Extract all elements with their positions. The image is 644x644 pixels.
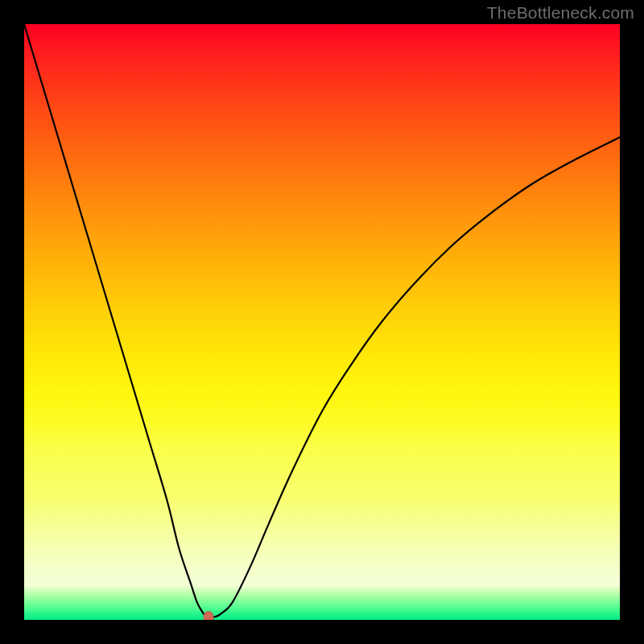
minimum-marker (204, 611, 214, 620)
chart-frame: TheBottleneck.com (0, 0, 644, 644)
bottleneck-curve-path (24, 24, 620, 617)
watermark-text: TheBottleneck.com (487, 3, 634, 23)
plot-area (24, 24, 620, 620)
curve-svg (24, 24, 620, 620)
